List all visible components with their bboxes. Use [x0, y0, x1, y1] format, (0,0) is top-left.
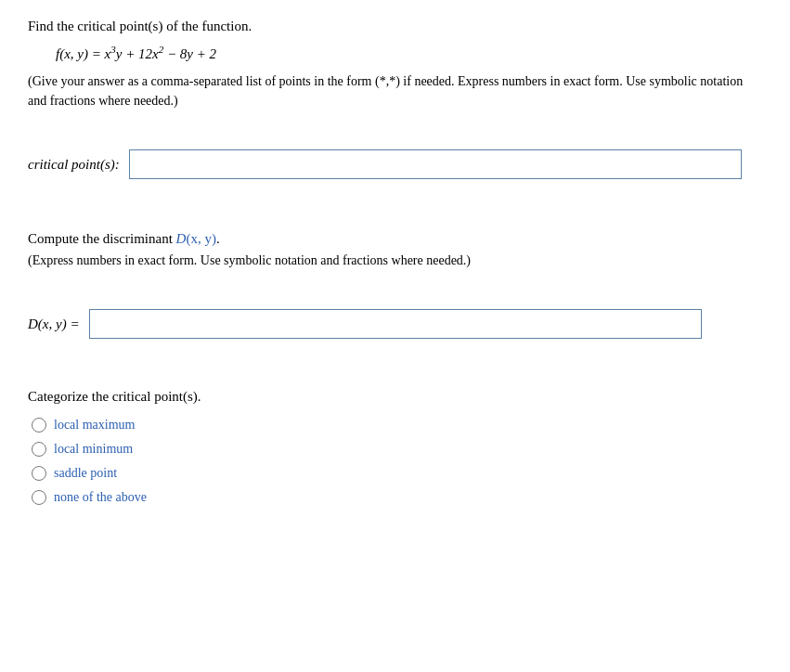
radio-local-minimum-input[interactable]: [32, 442, 46, 457]
critical-points-input[interactable]: [129, 149, 742, 179]
radio-saddle-point-input[interactable]: [32, 466, 46, 481]
discriminant-title: Compute the discriminant D(x, y).: [28, 231, 762, 247]
main-question: Find the critical point(s) of the functi…: [28, 19, 762, 34]
function-display: f(x, y) = x3y + 12x2 − 8y + 2: [56, 44, 762, 62]
radio-local-maximum[interactable]: local maximum: [32, 418, 762, 433]
radio-none-above-input[interactable]: [32, 490, 46, 505]
radio-none-above[interactable]: none of the above: [32, 490, 762, 505]
radio-none-above-label: none of the above: [54, 490, 147, 505]
instruction-discriminant: (Express numbers in exact form. Use symb…: [28, 251, 762, 270]
discriminant-label: D(x, y) =: [28, 317, 80, 332]
discriminant-input[interactable]: [89, 309, 702, 339]
instruction-critical: (Give your answer as a comma-separated l…: [28, 71, 762, 110]
radio-group: local maximum local minimum saddle point…: [32, 418, 762, 505]
radio-saddle-point-label: saddle point: [54, 466, 117, 481]
radio-local-minimum[interactable]: local minimum: [32, 442, 762, 457]
radio-local-maximum-label: local maximum: [54, 418, 135, 433]
radio-local-maximum-input[interactable]: [32, 418, 46, 433]
discriminant-link: D(x, y): [176, 231, 216, 246]
radio-local-minimum-label: local minimum: [54, 442, 133, 457]
critical-points-label: critical point(s):: [28, 157, 120, 173]
function-label: f: [56, 46, 59, 61]
critical-points-row: critical point(s):: [28, 149, 762, 179]
discriminant-section: Compute the discriminant D(x, y). (Expre…: [28, 231, 762, 270]
discriminant-row: D(x, y) =: [28, 309, 762, 339]
radio-saddle-point[interactable]: saddle point: [32, 466, 762, 481]
categorize-label: Categorize the critical point(s).: [28, 389, 762, 405]
